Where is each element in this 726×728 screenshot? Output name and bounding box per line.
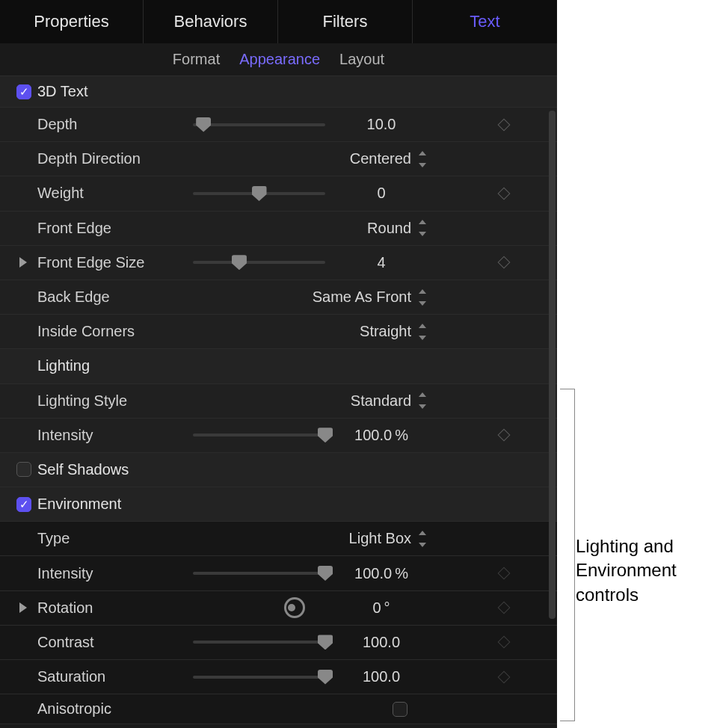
unit: % [395,427,408,443]
label-env-intensity: Intensity [37,565,187,582]
callout-bracket [560,389,575,721]
dropdown-depth-direction[interactable]: Centered [284,150,411,167]
dial-rotation[interactable] [284,597,305,618]
row-front-edge-size: Front Edge Size 4 [0,246,557,280]
keyframe-icon[interactable] [498,602,511,614]
section-3d-text-toggle[interactable]: 3D Text [0,76,557,108]
stepper-icon[interactable] [419,151,429,167]
dropdown-env-type[interactable]: Light Box [284,530,411,547]
label-environment: Environment [37,496,187,513]
label-lighting: Lighting [37,357,187,374]
value-env-contrast[interactable]: 100.0 [329,634,434,651]
dropdown-value: Same As Front [313,289,411,305]
num: 0 [372,599,381,616]
stepper-icon[interactable] [419,220,429,236]
label-env-rotation: Rotation [37,599,187,617]
stepper-icon[interactable] [419,531,429,547]
unit: ° [384,599,390,616]
label-weight: Weight [37,185,187,202]
slider-thumb-icon[interactable] [196,117,211,132]
dropdown-inside-corners[interactable]: Straight [284,323,411,340]
row-depth-direction: Depth Direction Centered [0,142,557,176]
dropdown-value: Light Box [349,530,411,546]
dropdown-lighting-style[interactable]: Standard [284,392,411,410]
slider-env-contrast[interactable] [193,641,325,644]
dropdown-value: Round [367,220,411,236]
subtab-format[interactable]: Format [173,51,220,68]
slider-front-edge-size[interactable] [193,261,325,264]
inspector-panel: Properties Behaviors Filters Text Format… [0,0,557,728]
keyframe-icon[interactable] [498,429,511,442]
row-depth: Depth 10.0 [0,108,557,142]
parameter-rows: 3D Text Depth 10.0 Depth Direction Cente… [0,76,557,724]
unit: % [395,565,408,582]
dropdown-value: Centered [350,150,411,167]
keyframe-icon[interactable] [498,256,511,269]
row-back-edge: Back Edge Same As Front [0,280,557,315]
keyframe-icon[interactable] [498,187,511,200]
slider-env-intensity[interactable] [193,572,325,575]
value-weight[interactable]: 0 [329,185,434,202]
callout-label: Lighting and Environment controls [576,534,677,607]
scrollbar[interactable] [549,111,556,619]
value-env-intensity[interactable]: 100.0% [329,565,434,582]
main-tabs: Properties Behaviors Filters Text [0,0,557,43]
tab-filters[interactable]: Filters [278,0,413,43]
subtab-layout[interactable]: Layout [339,51,384,68]
label-self-shadows: Self Shadows [37,461,187,478]
value-env-rotation[interactable]: 0° [329,599,434,617]
label-inside-corners: Inside Corners [37,323,187,340]
row-env-type: Type Light Box [0,522,557,556]
row-inside-corners: Inside Corners Straight [0,315,557,349]
value-front-edge-size[interactable]: 4 [329,254,434,271]
tab-behaviors[interactable]: Behaviors [144,0,278,43]
stepper-icon[interactable] [419,289,429,306]
label-lighting-style: Lighting Style [37,392,187,410]
row-lighting-style: Lighting Style Standard [0,384,557,419]
row-env-rotation: Rotation 0° [0,591,557,626]
stepper-icon[interactable] [419,392,429,409]
dropdown-value: Standard [351,392,411,409]
keyframe-icon[interactable] [498,567,511,580]
value-env-saturation[interactable]: 100.0 [329,668,434,685]
keyframe-icon[interactable] [498,118,511,131]
label-depth-direction: Depth Direction [37,150,187,167]
row-weight: Weight 0 [0,176,557,211]
slider-weight[interactable] [193,192,325,195]
dropdown-front-edge[interactable]: Round [284,220,411,237]
tab-properties[interactable]: Properties [0,0,144,43]
slider-depth[interactable] [193,123,325,126]
value-depth[interactable]: 10.0 [329,116,434,133]
section-lighting-header: Lighting [0,349,557,383]
checkbox-anisotropic[interactable] [393,702,407,717]
section-self-shadows-toggle[interactable]: Self Shadows [0,453,557,487]
slider-thumb-icon[interactable] [232,255,247,270]
stepper-icon[interactable] [419,324,429,340]
checkbox-3d-text[interactable] [16,84,31,99]
slider-lighting-intensity[interactable] [193,434,325,437]
label-front-edge: Front Edge [37,220,187,237]
slider-env-saturation[interactable] [193,676,325,679]
value-lighting-intensity[interactable]: 100.0% [329,427,434,444]
checkbox-self-shadows[interactable] [16,462,31,477]
label-env-contrast: Contrast [37,634,187,651]
label-back-edge: Back Edge [37,289,187,306]
label-lighting-intensity: Intensity [37,427,187,444]
disclosure-triangle-icon[interactable] [19,257,27,268]
keyframe-icon[interactable] [498,670,511,683]
row-env-anisotropic: Anisotropic [0,694,557,724]
slider-thumb-icon[interactable] [252,186,267,201]
label-front-edge-size: Front Edge Size [37,254,187,271]
dropdown-back-edge[interactable]: Same As Front [254,289,411,306]
disclosure-triangle-icon[interactable] [19,602,27,613]
tab-text[interactable]: Text [413,0,557,43]
row-env-saturation: Saturation 100.0 [0,660,557,694]
subtab-appearance[interactable]: Appearance [239,51,320,68]
checkbox-environment[interactable] [16,497,31,512]
row-env-contrast: Contrast 100.0 [0,626,557,660]
keyframe-icon[interactable] [498,636,511,649]
label-env-type: Type [37,530,187,547]
dropdown-value: Straight [360,323,411,339]
row-env-intensity: Intensity 100.0% [0,556,557,590]
section-environment-toggle[interactable]: Environment [0,487,557,522]
